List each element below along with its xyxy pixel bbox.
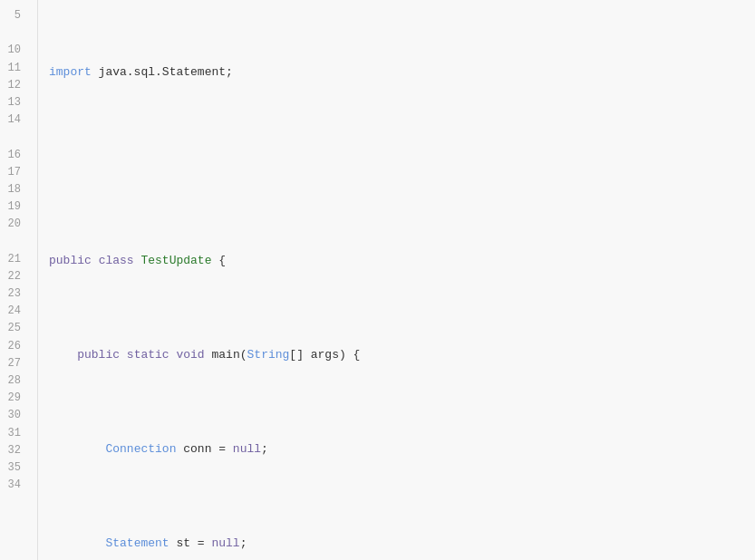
ln-34: 34 <box>0 477 28 494</box>
line-5: import java.sql.Statement; <box>49 63 755 82</box>
ln-blank1 <box>0 24 28 42</box>
code-content: import java.sql.Statement; public class … <box>38 0 755 560</box>
ln-18: 18 <box>0 181 28 198</box>
ln-19: 19 <box>0 198 28 216</box>
code-editor: 5 10 11 12 13 14 16 17 18 19 20 21 22 23… <box>0 0 755 560</box>
ln-5: 5 <box>0 7 28 24</box>
ln-17: 17 <box>0 164 28 181</box>
line-numbers: 5 10 11 12 13 14 16 17 18 19 20 21 22 23… <box>0 0 38 560</box>
ln-10: 10 <box>0 42 28 59</box>
line-10: public class TestUpdate { <box>49 252 755 271</box>
ln-25: 25 <box>0 320 28 337</box>
ln-23: 23 <box>0 285 28 303</box>
ln-15 <box>0 129 28 146</box>
ln-22: 22 <box>0 268 28 285</box>
ln-31: 31 <box>0 425 28 442</box>
ln-16: 16 <box>0 147 28 164</box>
ln-12: 12 <box>0 77 28 94</box>
line-13: Statement st = null; <box>49 535 755 554</box>
ln-30: 30 <box>0 407 28 424</box>
ln-29: 29 <box>0 390 28 407</box>
ln-11: 11 <box>0 60 28 77</box>
ln-32: 32 <box>0 442 28 459</box>
ln-26: 26 <box>0 338 28 355</box>
ln-cont <box>0 233 28 250</box>
ln-28: 28 <box>0 372 28 390</box>
ln-13: 13 <box>0 94 28 111</box>
ln-27: 27 <box>0 355 28 372</box>
ln-14: 14 <box>0 111 28 129</box>
ln-20: 20 <box>0 216 28 233</box>
ln-24: 24 <box>0 303 28 320</box>
line-blank1 <box>49 158 755 177</box>
line-11: public static void main(String[] args) { <box>49 346 755 365</box>
line-12: Connection conn = null; <box>49 440 755 459</box>
ln-35: 35 <box>0 459 28 477</box>
ln-21: 21 <box>0 251 28 268</box>
